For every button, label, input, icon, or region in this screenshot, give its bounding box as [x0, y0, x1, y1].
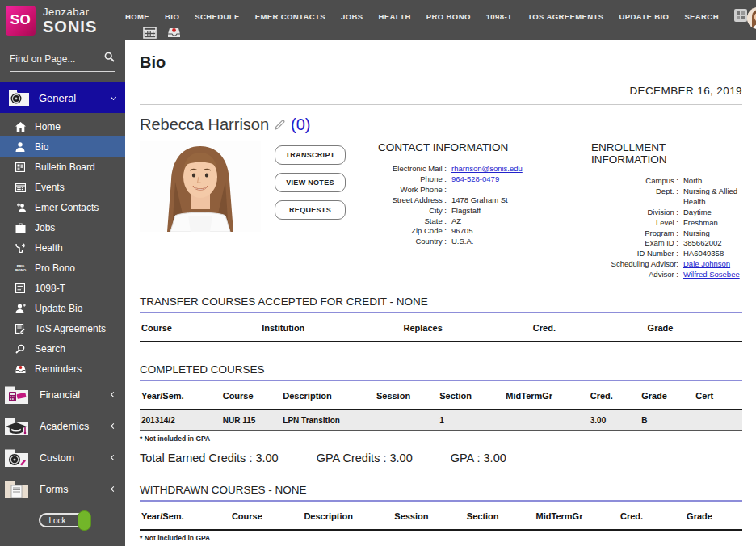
- financial-icon: [4, 385, 29, 405]
- city-value: Flagstaff: [452, 206, 481, 216]
- sidebar-item-health[interactable]: Health: [0, 237, 125, 258]
- sidebar-item-emer-contacts[interactable]: Emer Contacts: [0, 197, 125, 217]
- nav-home[interactable]: HOME: [125, 12, 149, 21]
- sidebar-section-general-label: General: [39, 92, 76, 104]
- user-menu[interactable]: Rebecca Harrison: [747, 0, 756, 40]
- col-cred: Cred.: [531, 313, 646, 342]
- completed-courses-title: COMPLETED COURSES: [140, 363, 742, 381]
- state-value: AZ: [452, 216, 461, 227]
- sidebar-section-general[interactable]: General: [0, 82, 125, 113]
- field-label: Level :: [591, 218, 678, 229]
- sidebar-item-home[interactable]: Home: [0, 116, 125, 136]
- col-institution: Institution: [260, 313, 401, 342]
- nav-pro-bono[interactable]: PRO BONO: [426, 12, 471, 21]
- bulletin-board-icon: [14, 162, 27, 172]
- alerts-count-link[interactable]: (0): [291, 116, 310, 134]
- enrollment-info-title: ENROLLMENT INFORMATION: [591, 141, 742, 166]
- course-row: 201314/2 NUR 115 LPN Transition 1 3.00 B: [140, 410, 742, 431]
- sidebar-item-reminders[interactable]: Reminders: [0, 359, 125, 379]
- sidebar-section-academics[interactable]: Academics: [0, 410, 125, 442]
- nav-bio[interactable]: BIO: [165, 12, 179, 21]
- update-bio-icon: [14, 304, 27, 313]
- student-name: Rebecca Harrison: [140, 116, 269, 134]
- field-label: Work Phone :: [378, 185, 447, 195]
- custom-chevron-left-icon: [111, 455, 116, 460]
- col-session: Session: [375, 381, 438, 410]
- col-grade: Grade: [646, 313, 742, 342]
- sidebar-section-forms[interactable]: Forms: [0, 473, 125, 505]
- gpa: GPA : 3.00: [451, 452, 506, 464]
- nav-jobs[interactable]: JOBS: [341, 12, 363, 21]
- sidebar-item-label: Bulletin Board: [35, 162, 95, 173]
- reminders-tray-icon[interactable]: [167, 26, 181, 42]
- health-icon: [14, 243, 27, 253]
- calendar-icon[interactable]: [143, 26, 157, 42]
- sidebar-item-label: Bio: [35, 141, 48, 153]
- find-on-page-input[interactable]: [10, 52, 116, 72]
- top-bar: SO Jenzabar SONIS HOME BIO SCHEDULE EMER…: [0, 0, 756, 40]
- current-date: DECEMBER 16, 2019: [140, 85, 742, 97]
- academics-icon: [4, 417, 29, 436]
- contact-info-title: CONTACT INFORMATION: [378, 141, 582, 153]
- cell-grade: B: [640, 410, 694, 431]
- sidebar-group-label: Forms: [40, 484, 68, 495]
- sidebar-item-pro-bono[interactable]: PROBONO Pro Bono: [0, 258, 125, 278]
- nav-search[interactable]: SEARCH: [684, 12, 719, 21]
- brand-jenzabar: Jenzabar: [43, 6, 97, 17]
- sidebar-section-financial[interactable]: Financial: [0, 379, 125, 410]
- nav-1098t[interactable]: 1098-T: [486, 12, 513, 21]
- view-notes-button[interactable]: VIEW NOTES: [275, 173, 346, 192]
- sidebar-item-bio[interactable]: Bio: [0, 136, 125, 157]
- sidebar-item-bulletin-board[interactable]: Bulletin Board: [0, 157, 125, 177]
- home-icon: [14, 122, 27, 132]
- sidebar-section-custom[interactable]: Custom: [0, 442, 125, 473]
- advisor-link[interactable]: Wilfred Sosebee: [683, 270, 740, 280]
- id-number-value: HA6049358: [683, 249, 724, 259]
- completed-courses-table: Year/Sem. Course Description Session Sec…: [140, 381, 742, 431]
- col-session: Session: [393, 502, 465, 530]
- sidebar-item-tos-agreements[interactable]: ToS Agreements: [0, 318, 125, 338]
- financial-chevron-left-icon: [111, 392, 116, 397]
- nav-health[interactable]: HEALTH: [379, 12, 411, 21]
- transcript-button[interactable]: TRANSCRIPT: [275, 145, 346, 165]
- col-midtermgr: MidTermGr: [504, 381, 588, 410]
- nav-emer-contacts[interactable]: EMER CONTACTS: [255, 12, 326, 21]
- col-section: Section: [465, 502, 535, 530]
- cell-cert: [694, 410, 742, 431]
- col-cred: Cred.: [619, 502, 685, 530]
- field-label: Street Address :: [378, 195, 447, 206]
- sidebar-item-1098t[interactable]: 1098-T: [0, 278, 125, 298]
- field-label: ID Number :: [591, 249, 678, 259]
- brand-sonis: SONIS: [43, 19, 97, 35]
- brand-logo[interactable]: SO Jenzabar SONIS: [0, 0, 125, 40]
- transfer-courses-title: TRANSFER COURSES ACCEPTED FOR CREDIT - N…: [140, 296, 742, 313]
- col-cert: Cert: [694, 381, 742, 410]
- sidebar-item-jobs[interactable]: Jobs: [0, 217, 125, 237]
- credit-totals: Total Earned Credits : 3.00 GPA Credits …: [140, 452, 742, 464]
- lock-toggle[interactable]: Lock: [39, 513, 87, 527]
- find-on-page: [0, 40, 125, 72]
- sidebar-item-search[interactable]: Search: [0, 338, 125, 359]
- nav-schedule[interactable]: SCHEDULE: [195, 12, 239, 21]
- field-label: Exam ID :: [591, 238, 678, 249]
- col-year-sem: Year/Sem.: [140, 502, 230, 530]
- exam-id-value: 385662002: [683, 238, 722, 249]
- edit-pencil-icon[interactable]: [275, 120, 285, 130]
- sidebar-item-events[interactable]: Events: [0, 177, 125, 197]
- nav-tos-agreements[interactable]: TOS AGREEMENTS: [527, 12, 603, 21]
- sidebar-item-update-bio[interactable]: Update Bio: [0, 298, 125, 318]
- divider: [140, 104, 742, 105]
- portal-grid-icon[interactable]: [734, 9, 747, 22]
- requests-button[interactable]: REQUESTS: [275, 200, 346, 220]
- search-icon[interactable]: [104, 51, 115, 65]
- phone-value: 964-528-0479: [452, 174, 499, 185]
- field-label: City :: [378, 206, 447, 216]
- withdrawn-courses-table: Year/Sem. Course Description Session Sec…: [140, 502, 742, 531]
- scheduling-advisor-link[interactable]: Dale Johnson: [683, 259, 730, 270]
- gpa-credits: GPA Credits : 3.00: [317, 452, 413, 464]
- col-year-sem: Year/Sem.: [140, 381, 221, 410]
- field-label: Division :: [591, 208, 678, 218]
- email-link[interactable]: rharrison@sonis.edu: [452, 164, 523, 174]
- nav-update-bio[interactable]: UPDATE BIO: [619, 12, 669, 21]
- reminders-icon: [14, 364, 27, 374]
